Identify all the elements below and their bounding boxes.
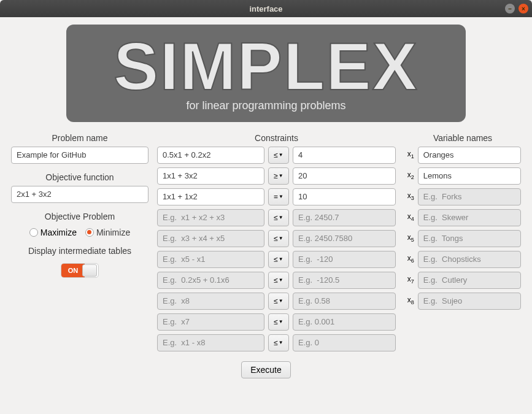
constraint-row: ≤ ▼: [157, 313, 396, 331]
constraint-row: ≤ ▼: [157, 251, 396, 268]
variable-name-input[interactable]: [418, 251, 521, 268]
constraint-rhs-input[interactable]: [293, 313, 396, 331]
constraint-expr-input[interactable]: [157, 147, 264, 164]
relation-text: ≤: [274, 276, 278, 285]
variable-name-input[interactable]: [418, 272, 521, 289]
variable-index-label: x3: [404, 191, 414, 201]
constraint-expr-input[interactable]: [157, 313, 264, 331]
constraint-relation-select[interactable]: ≤ ▼: [268, 251, 289, 268]
display-tables-toggle[interactable]: ON: [61, 263, 99, 278]
constraint-relation-select[interactable]: ≤ ▼: [268, 272, 289, 289]
execute-button[interactable]: Execute: [241, 361, 291, 378]
variable-row: x5: [404, 230, 521, 247]
chevron-down-icon: ▼: [279, 194, 283, 199]
constraint-rhs-input[interactable]: [293, 209, 396, 226]
relation-text: ≤: [274, 318, 278, 326]
minimize-radio[interactable]: Minimize: [85, 228, 130, 237]
problem-name-label: Problem name: [11, 133, 148, 143]
constraint-expr-input[interactable]: [157, 272, 264, 289]
variable-row: x3: [404, 188, 521, 205]
objective-problem-label: Objective Problem: [11, 212, 148, 221]
variable-row: x8: [404, 293, 521, 310]
problem-name-input[interactable]: [11, 147, 148, 164]
chevron-down-icon: ▼: [279, 215, 283, 220]
constraint-rhs-input[interactable]: [293, 230, 396, 247]
variable-name-input[interactable]: [418, 209, 521, 226]
constraint-relation-select[interactable]: ≤ ▼: [268, 293, 289, 310]
toggle-on-label: ON: [61, 264, 85, 277]
toggle-knob: [82, 264, 97, 277]
constraint-rhs-input[interactable]: [293, 251, 396, 268]
constraint-expr-input[interactable]: [157, 251, 264, 268]
constraint-row: ≤ ▼: [157, 272, 396, 289]
variable-name-input[interactable]: [418, 230, 521, 247]
close-icon[interactable]: ×: [519, 4, 528, 13]
chevron-down-icon: ▼: [279, 173, 283, 178]
constraint-expr-input[interactable]: [157, 209, 264, 226]
variable-name-input[interactable]: [418, 147, 521, 164]
constraint-relation-select[interactable]: ≤ ▼: [268, 313, 289, 331]
variable-index-label: x6: [404, 254, 414, 264]
window-title: interface: [249, 4, 282, 13]
variable-row: x1: [404, 147, 521, 164]
constraint-rhs-input[interactable]: [293, 272, 396, 289]
chevron-down-icon: ▼: [279, 236, 283, 241]
banner: SIMPLEX for linear programming problems: [66, 25, 466, 122]
variable-name-input[interactable]: [418, 293, 521, 310]
constraint-row: ≥ ▼: [157, 167, 396, 185]
constraint-rhs-input[interactable]: [293, 334, 396, 351]
constraint-expr-input[interactable]: [157, 230, 264, 247]
constraint-row: ≤ ▼: [157, 230, 396, 247]
relation-text: ≤: [274, 151, 278, 159]
constraints-label: Constraints: [157, 133, 396, 143]
constraint-rhs-input[interactable]: [293, 293, 396, 310]
constraint-relation-select[interactable]: ≤ ▼: [268, 230, 289, 247]
variable-names-label: Variable names: [404, 133, 521, 143]
variable-index-label: x2: [404, 171, 414, 180]
chevron-down-icon: ▼: [279, 340, 283, 345]
variable-row: x6: [404, 251, 521, 268]
constraint-rhs-input[interactable]: [293, 167, 396, 185]
relation-text: ≤: [274, 297, 278, 305]
constraint-row: ≤ ▼: [157, 209, 396, 226]
display-tables-label: Display intermediate tables: [11, 246, 148, 256]
chevron-down-icon: ▼: [279, 277, 283, 283]
objective-function-input[interactable]: [11, 186, 148, 203]
chevron-down-icon: ▼: [279, 298, 283, 304]
objective-function-label: Objective function: [11, 172, 148, 182]
constraint-row: ≤ ▼: [157, 334, 396, 351]
constraint-row: ≤ ▼: [157, 293, 396, 310]
chevron-down-icon: ▼: [279, 319, 283, 324]
constraint-relation-select[interactable]: ≤ ▼: [268, 334, 289, 351]
variable-index-label: x1: [404, 150, 414, 159]
constraint-relation-select[interactable]: ≥ ▼: [268, 167, 289, 185]
constraint-expr-input[interactable]: [157, 334, 264, 351]
relation-text: =: [274, 193, 278, 201]
chevron-down-icon: ▼: [279, 256, 283, 262]
constraint-relation-select[interactable]: = ▼: [268, 188, 289, 205]
constraint-expr-input[interactable]: [157, 293, 264, 310]
constraint-expr-input[interactable]: [157, 188, 264, 205]
maximize-radio[interactable]: Maximize: [29, 228, 77, 237]
constraint-relation-select[interactable]: ≤ ▼: [268, 209, 289, 226]
variable-name-input[interactable]: [418, 188, 521, 205]
variable-index-label: x5: [404, 233, 414, 243]
constraint-rhs-input[interactable]: [293, 147, 396, 164]
constraint-relation-select[interactable]: ≤ ▼: [268, 147, 289, 164]
variable-index-label: x7: [404, 275, 414, 285]
constraint-rhs-input[interactable]: [293, 188, 396, 205]
constraint-row: = ▼: [157, 188, 396, 205]
banner-title: SIMPLEX: [79, 31, 453, 102]
constraint-row: ≤ ▼: [157, 147, 396, 164]
relation-text: ≤: [274, 339, 278, 347]
chevron-down-icon: ▼: [279, 152, 283, 158]
radio-icon: [85, 228, 94, 237]
constraint-expr-input[interactable]: [157, 167, 264, 185]
variable-name-input[interactable]: [418, 167, 521, 185]
relation-text: ≤: [274, 255, 278, 264]
titlebar: interface – ×: [0, 0, 532, 17]
relation-text: ≤: [274, 213, 278, 222]
radio-icon: [29, 228, 38, 237]
minimize-icon[interactable]: –: [505, 4, 515, 13]
relation-text: ≤: [274, 234, 278, 243]
